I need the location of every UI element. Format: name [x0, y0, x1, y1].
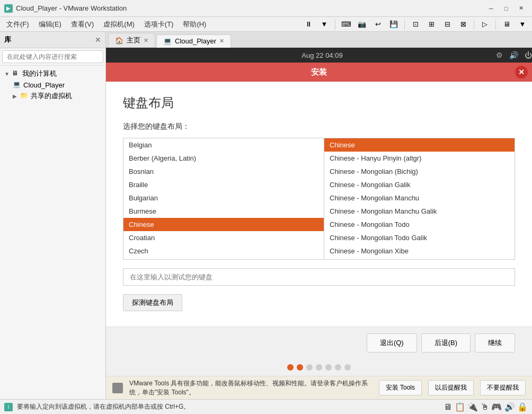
progress-dot-5: [325, 364, 332, 371]
display-dropdown[interactable]: ▼: [515, 18, 530, 31]
list-item-chinese-mongolian-manchu[interactable]: Chinese - Mongolian Manchu: [324, 191, 515, 205]
installer-titlebar: 安装 ✕: [106, 63, 532, 82]
list-item-danish[interactable]: Danish: [123, 258, 324, 260]
list-item-chinese-tibetan[interactable]: Chinese - Tibetan: [324, 258, 515, 260]
list-item-belgian[interactable]: Belgian: [123, 138, 324, 152]
window-controls: ─ □ ✕: [484, 3, 528, 14]
tree-item-mycomputer[interactable]: ▼ 🖥 我的计算机: [2, 68, 103, 80]
close-button[interactable]: ✕: [514, 3, 528, 14]
cloudplayer-label: Cloud_Player: [23, 81, 65, 89]
keyboard-lists: Belgian Berber (Algeria, Latin) Bosnian …: [123, 138, 515, 260]
installer-close-button[interactable]: ✕: [515, 66, 528, 78]
progress-dot-6: [335, 364, 341, 371]
install-tools-button[interactable]: 安装 Tools: [379, 380, 422, 395]
computer-icon: 🖥: [12, 69, 20, 78]
list-item-chinese-mongolian-galik[interactable]: Chinese - Mongolian Galik: [324, 178, 515, 191]
back-button[interactable]: 后退(B): [421, 333, 471, 353]
mycomputer-label: 我的计算机: [22, 69, 57, 78]
menu-bar: 文件(F) 编辑(E) 查看(V) 虚拟机(M) 选项卡(T) 帮助(H) ⏸ …: [0, 17, 532, 32]
tab-home-label: 主页: [127, 36, 140, 45]
installer-footer: 退出(Q) 后退(B) 继续: [106, 327, 532, 359]
tab-bar: 🏠 主页 ✕ 💻 Cloud_Player ✕: [106, 32, 532, 48]
quit-button[interactable]: 退出(Q): [367, 333, 417, 353]
sharedvms-label: 共享的虚拟机: [31, 91, 72, 101]
console-button[interactable]: ▷: [477, 18, 492, 31]
content-area: 🏠 主页 ✕ 💻 Cloud_Player ✕ Aug 22 04:09 ⚙ 🔊…: [106, 32, 532, 399]
menu-tab[interactable]: 选项卡(T): [140, 17, 178, 31]
list-item-chinese-mongolian-xibe[interactable]: Chinese - Mongolian Xibe: [324, 244, 515, 258]
toolbar-btn4[interactable]: ⊠: [456, 18, 471, 31]
list-item-chinese[interactable]: Chinese: [123, 218, 324, 231]
sidebar-tree: ▼ 🖥 我的计算机 💻 Cloud_Player ▶ 📁 共享的虚拟机: [0, 66, 105, 399]
menu-view[interactable]: 查看(V): [67, 17, 98, 31]
list-item-chinese-mongolian-todo[interactable]: Chinese - Mongolian Todo: [324, 218, 515, 231]
keyboard-list-left[interactable]: Belgian Berber (Algeria, Latin) Bosnian …: [123, 138, 324, 260]
tree-item-sharedvms[interactable]: ▶ 📁 共享的虚拟机: [11, 90, 103, 102]
tab-home-close[interactable]: ✕: [144, 37, 148, 44]
list-item-chinese-mongolian-todo-galik[interactable]: Chinese - Mongolian Todo Galik: [324, 231, 515, 244]
installer-heading: 键盘布局: [123, 94, 515, 111]
status-icon: i: [4, 403, 13, 411]
status-icons-right: 🖥 📋 🔌 🖱 🎮 🔊 🔒: [444, 402, 528, 412]
unity-button[interactable]: ⊞: [424, 18, 439, 31]
title-bar: ▶ Cloud_Player - VMware Workstation ─ □ …: [0, 0, 532, 17]
datetime-label: Aug 22 04:09: [159, 51, 485, 59]
tab-home[interactable]: 🏠 主页 ✕: [108, 33, 155, 47]
bottom-tools-bar: VMware Tools 具有很多功能，能改善鼠标移动性、视频和性能。请登录客户…: [106, 376, 532, 399]
status-text: 要将输入定向到该虚拟机，请在虚拟机内部单击或按 Ctrl+G。: [17, 402, 190, 411]
list-item-chinese-main[interactable]: Chinese: [324, 138, 515, 152]
send-key-button[interactable]: ⌨: [339, 18, 353, 31]
tab-cloudplayer-label: Cloud_Player: [175, 37, 216, 45]
tree-item-cloudplayer[interactable]: 💻 Cloud_Player: [11, 80, 103, 90]
snapshot-button[interactable]: 📷: [354, 18, 369, 31]
list-item-chinese-mongolian-bichig[interactable]: Chinese - Mongolian (Bichig): [324, 165, 515, 178]
list-item-burmese[interactable]: Burmese: [123, 205, 324, 218]
sidebar-close-button[interactable]: ✕: [95, 36, 101, 44]
power-dropdown[interactable]: ▼: [317, 18, 332, 31]
menu-help[interactable]: 帮助(H): [179, 17, 210, 31]
progress-dot-7: [344, 364, 351, 371]
tab-cloudplayer-close[interactable]: ✕: [219, 38, 224, 45]
never-remind-button[interactable]: 不要提醒我: [480, 380, 526, 395]
menu-file[interactable]: 文件(F): [2, 17, 33, 31]
sidebar-search-area: [0, 48, 105, 66]
installer-content: 键盘布局 选择您的键盘布局： Belgian Berber (Algeria, …: [106, 82, 532, 327]
list-item-chinese-mongolian-manchu-galik[interactable]: Chinese - Mongolian Manchu Galik: [324, 205, 515, 218]
list-item-berber[interactable]: Berber (Algeria, Latin): [123, 152, 324, 165]
progress-dot-1: [287, 364, 294, 371]
list-item-bosnian[interactable]: Bosnian: [123, 165, 324, 178]
list-item-braille[interactable]: Braille: [123, 178, 324, 191]
toolbar-btn3[interactable]: ⊟: [440, 18, 455, 31]
search-input[interactable]: [2, 50, 103, 63]
minimize-button[interactable]: ─: [484, 3, 498, 14]
progress-dots: [106, 359, 532, 376]
sidebar-title: 库: [4, 35, 11, 45]
continue-button[interactable]: 继续: [475, 333, 515, 353]
revert-button[interactable]: ↩: [370, 18, 385, 31]
display-button[interactable]: 🖥: [499, 18, 514, 31]
main-layout: 库 ✕ ▼ 🖥 我的计算机 💻 Cloud_Player ▶ 📁 共享的虚拟机: [0, 32, 532, 399]
pause-button[interactable]: ⏸: [301, 18, 316, 31]
vm-topbar: Aug 22 04:09 ⚙ 🔊 ⏻: [106, 48, 532, 63]
sidebar: 库 ✕ ▼ 🖥 我的计算机 💻 Cloud_Player ▶ 📁 共享的虚拟机: [0, 32, 106, 399]
detect-keyboard-button[interactable]: 探测键盘布局: [123, 294, 182, 311]
list-item-croatian[interactable]: Croatian: [123, 231, 324, 244]
tree-children: 💻 Cloud_Player ▶ 📁 共享的虚拟机: [2, 80, 103, 102]
keyboard-test-input-wrapper: [123, 268, 515, 286]
remind-later-button[interactable]: 以后提醒我: [428, 380, 474, 395]
suspend-button[interactable]: 💾: [386, 18, 401, 31]
list-item-czech[interactable]: Czech: [123, 244, 324, 258]
vmware-tools-icon: [112, 383, 123, 393]
tab-cloudplayer[interactable]: 💻 Cloud_Player ✕: [156, 34, 231, 48]
list-item-bulgarian[interactable]: Bulgarian: [123, 191, 324, 205]
menu-vm[interactable]: 虚拟机(M): [99, 17, 139, 31]
keyboard-list-right[interactable]: Chinese Chinese - Hanyu Pinyin (altgr) C…: [324, 138, 515, 260]
keyboard-test-input[interactable]: [130, 273, 508, 281]
menu-edit[interactable]: 编辑(E): [34, 17, 66, 31]
list-item-chinese-pinyin[interactable]: Chinese - Hanyu Pinyin (altgr): [324, 152, 515, 165]
window-title: Cloud_Player - VMware Workstation: [16, 4, 484, 12]
vm-icon: 💻: [13, 81, 21, 89]
fullscreen-button[interactable]: ⊡: [408, 18, 423, 31]
maximize-button[interactable]: □: [499, 3, 513, 14]
volume-icon: 🔊: [509, 51, 518, 59]
